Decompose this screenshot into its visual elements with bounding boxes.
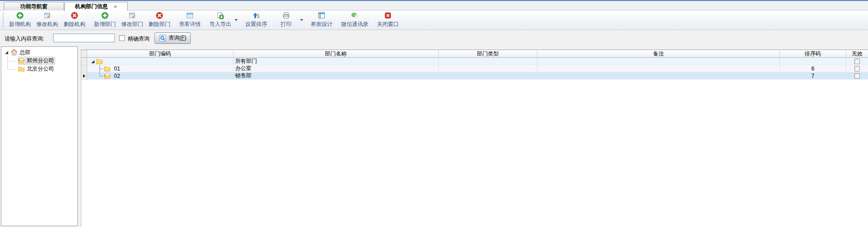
delete-dept-button[interactable]: 删除部门 <box>146 11 173 29</box>
row-indicator-cell <box>81 65 87 72</box>
invalid-cell <box>846 58 868 65</box>
tab-bar: 功能导航窗 机构部门信息 × <box>0 1 868 10</box>
home-icon <box>10 49 18 56</box>
add-org-button[interactable]: 新增机构 <box>6 11 34 29</box>
toolbar-button-label: 新增部门 <box>94 20 116 28</box>
toolbar-separator <box>306 12 307 28</box>
tree-node-beijing-branch[interactable]: 北京分公司 <box>1 65 77 73</box>
open-folder-icon <box>104 72 111 80</box>
toolbar-separator <box>337 12 337 28</box>
grid-tree-line <box>99 76 103 76</box>
add-icon <box>101 12 109 19</box>
panel-splitter[interactable] <box>78 46 81 226</box>
toolbar-button-label: 关闭窗口 <box>377 20 399 28</box>
toolbar-grip[interactable] <box>3 12 5 28</box>
folder-icon <box>104 65 111 72</box>
ui-design-icon <box>318 12 325 19</box>
close-window-icon <box>384 12 392 19</box>
grid-row-all-departments[interactable]: 所有部门 <box>81 58 868 65</box>
import-export-icon <box>217 12 224 19</box>
grid-row-office[interactable]: 01 办公室 6 <box>81 65 868 72</box>
row-indicator-cell <box>81 58 87 65</box>
edit-org-button[interactable]: 修改机构 <box>34 11 61 29</box>
note-cell <box>537 58 780 65</box>
toolbar-separator <box>174 12 175 28</box>
search-bar: 请输入内容查询: 精确查询 查询(F) <box>0 30 868 46</box>
print-splitbutton: 打印 <box>273 11 305 29</box>
collapse-expander-icon[interactable] <box>5 50 9 55</box>
import-export-button[interactable]: 导入导出 <box>207 11 234 29</box>
invalid-cell <box>846 65 868 72</box>
add-dept-button[interactable]: 新增部门 <box>91 11 119 29</box>
column-header-note[interactable]: 备注 <box>537 50 780 57</box>
dropdown-arrow-icon[interactable] <box>300 19 303 21</box>
wechat-contacts-button[interactable]: 微信通讯录 <box>338 11 371 29</box>
printer-icon <box>283 12 290 19</box>
column-header-dept-name[interactable]: 部门名称 <box>233 50 439 57</box>
column-header-dept-type[interactable]: 部门类型 <box>439 50 538 57</box>
department-grid: 部门编码 部门名称 部门类型 备注 排序码 无效 所有部门 <box>81 50 868 227</box>
dept-type-cell <box>439 65 538 72</box>
toolbar-separator <box>205 12 205 28</box>
delete-org-button[interactable]: 删除机构 <box>61 11 88 29</box>
toolbar-separator <box>89 12 90 28</box>
grid-row-sales-dept[interactable]: 02 销售部 7 <box>81 72 868 80</box>
focused-row-arrow-icon <box>83 74 86 78</box>
tree-node-headquarters[interactable]: 总部 <box>1 48 77 56</box>
dept-code-cell <box>87 58 233 65</box>
edit-dept-button[interactable]: 修改部门 <box>119 11 146 29</box>
toolbar-button-label: 界面设计 <box>311 20 332 28</box>
row-indicator-header <box>81 50 87 57</box>
tree-node-label: 郑州分公司 <box>27 57 54 65</box>
tree-node-zhengzhou-branch[interactable]: 郑州分公司 <box>1 56 77 65</box>
dept-code-cell: 01 <box>87 65 233 72</box>
view-detail-button[interactable]: 查看详情 <box>176 11 203 29</box>
main-toolbar: 新增机构 修改机构 删除机构 新增部门 修改部门 删除部门 查看详情 <box>0 10 868 30</box>
ui-design-button[interactable]: 界面设计 <box>308 11 335 29</box>
precise-query-checkbox[interactable] <box>119 35 125 41</box>
query-button[interactable]: 查询(F) <box>154 32 191 44</box>
app-window: 功能导航窗 机构部门信息 × 新增机构 修改机构 删除机构 新增部门 修改部门 <box>0 0 868 227</box>
column-header-sort-code[interactable]: 排序码 <box>780 50 846 57</box>
import-export-splitbutton: 导入导出 <box>207 11 239 29</box>
grid-tree-line <box>99 69 103 69</box>
folder-icon <box>18 65 25 72</box>
delete-icon <box>71 12 78 19</box>
toolbar-button-label: 打印 <box>281 20 292 28</box>
query-label-post: ) <box>184 35 186 41</box>
detail-window-icon <box>186 12 193 19</box>
column-header-dept-code[interactable]: 部门编码 <box>87 50 233 57</box>
sort-code-cell: 7 <box>780 72 846 80</box>
invalid-cell <box>846 72 868 80</box>
query-button-label: 查询(F) <box>169 34 186 42</box>
dropdown-arrow-icon[interactable] <box>235 19 238 21</box>
toolbar-button-label: 设置排序 <box>245 20 267 28</box>
row-expander-icon[interactable] <box>91 60 95 64</box>
column-header-invalid[interactable]: 无效 <box>846 50 868 57</box>
folder-icon <box>96 58 103 65</box>
query-label-pre: 查询( <box>169 35 181 41</box>
tree-node-label: 总部 <box>20 49 30 56</box>
tree-node-label: 北京分公司 <box>27 65 54 73</box>
toolbar-button-label: 修改部门 <box>121 20 143 28</box>
invalid-checkbox[interactable] <box>854 73 860 79</box>
invalid-checkbox[interactable] <box>854 66 860 71</box>
dept-type-cell <box>439 72 538 80</box>
tab-function-nav[interactable]: 功能导航窗 <box>4 2 64 10</box>
invalid-checkbox[interactable] <box>854 59 860 64</box>
precise-query-label[interactable]: 精确查询 <box>128 35 149 43</box>
org-tree-panel: 总部 郑州分公司 北京分公司 <box>1 46 78 226</box>
note-cell <box>537 65 780 72</box>
set-sort-button[interactable]: 设置排序 <box>243 11 270 29</box>
search-input[interactable] <box>53 34 115 42</box>
tab-label: 机构部门信息 <box>75 3 108 10</box>
toolbar-separator <box>241 12 241 28</box>
tree-selection-highlight: 郑州分公司 <box>18 56 55 65</box>
toolbar-button-label: 导入导出 <box>209 20 231 28</box>
close-window-button[interactable]: 关闭窗口 <box>374 11 402 29</box>
print-button[interactable]: 打印 <box>273 11 299 29</box>
add-icon <box>16 12 24 19</box>
sort-code-cell <box>780 58 846 65</box>
tab-org-dept-info[interactable]: 机构部门信息 × <box>64 2 128 11</box>
tab-close-icon[interactable]: × <box>114 4 117 10</box>
